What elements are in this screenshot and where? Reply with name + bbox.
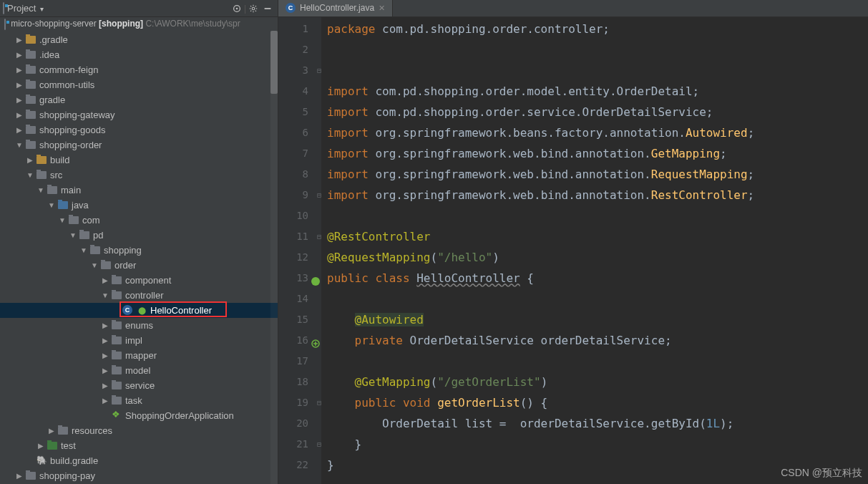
- code-line[interactable]: import org.springframework.web.bind.anno…: [321, 164, 868, 185]
- fold-open-icon[interactable]: ⊟: [317, 392, 324, 400]
- expander-icon[interactable]: ▶: [14, 96, 25, 104]
- code-line[interactable]: import com.pd.shopping.order.model.entit…: [321, 81, 868, 102]
- tree-row[interactable]: ▶impl: [0, 333, 278, 348]
- expander-icon[interactable]: ▶: [99, 367, 111, 374]
- code-line[interactable]: }: [321, 455, 868, 475]
- tree-row[interactable]: ▶gradle: [0, 92, 278, 107]
- tree-row[interactable]: ▼shopping: [0, 243, 278, 258]
- gutter[interactable]: 12345678910111213141516171819202122: [278, 17, 321, 484]
- expander-icon[interactable]: ▶: [14, 36, 25, 44]
- tree-row[interactable]: ▶common-utils: [0, 77, 278, 92]
- code-line[interactable]: @RequestMapping("/hello"): [321, 247, 868, 268]
- tree-row[interactable]: ▶🐘build.gradle: [0, 453, 278, 468]
- expander-icon[interactable]: ▼: [99, 291, 111, 299]
- tree-row[interactable]: ▶common-feign: [0, 62, 278, 77]
- line-number[interactable]: 17: [278, 351, 321, 372]
- code-line[interactable]: OrderDetail list = orderDetailService.ge…: [321, 413, 868, 434]
- code-line[interactable]: [321, 205, 868, 226]
- line-number[interactable]: 11: [278, 226, 321, 247]
- fold-open-icon[interactable]: ⊟: [317, 226, 324, 233]
- project-root-row[interactable]: micro-shopping-server [shopping] C:\AWOR…: [0, 17, 278, 31]
- line-number[interactable]: 3: [278, 60, 321, 81]
- expander-icon[interactable]: ▼: [14, 141, 25, 149]
- tree-row[interactable]: ▼shopping-order: [0, 137, 278, 153]
- code-line[interactable]: ⊟ public void getOrderList() {: [321, 392, 868, 413]
- tree-row[interactable]: ▼controller: [0, 288, 278, 303]
- expander-icon[interactable]: ▼: [89, 261, 100, 269]
- code-line[interactable]: public class HelloController {: [321, 268, 868, 289]
- line-number[interactable]: 21: [278, 434, 321, 455]
- expander-icon[interactable]: ▶: [99, 397, 111, 405]
- fold-close-icon[interactable]: ⊟: [317, 434, 324, 441]
- tree-row[interactable]: ▼pd: [0, 228, 278, 243]
- code-line[interactable]: ⊟import org.springframework.web.bind.ann…: [321, 185, 868, 205]
- code-line[interactable]: [321, 39, 868, 60]
- expander-icon[interactable]: ▼: [35, 186, 47, 194]
- tree-row[interactable]: ▶task: [0, 393, 278, 408]
- code-line[interactable]: ⊟@RestController: [321, 226, 868, 247]
- line-number[interactable]: 15: [278, 309, 321, 330]
- line-number[interactable]: 18: [278, 372, 321, 392]
- tree-row[interactable]: ▶build: [0, 153, 278, 168]
- tree-row[interactable]: ▶shopping-pay: [0, 468, 278, 483]
- expander-icon[interactable]: ▼: [24, 171, 36, 179]
- expander-icon[interactable]: ▶: [14, 472, 25, 480]
- tree-row[interactable]: ▼java: [0, 198, 278, 213]
- expander-icon[interactable]: ▶: [14, 126, 25, 134]
- line-number[interactable]: 4: [278, 81, 321, 102]
- expander-icon[interactable]: ▼: [78, 246, 89, 254]
- tree-row[interactable]: ▶test: [0, 438, 278, 453]
- settings-button[interactable]: [246, 1, 260, 16]
- code-editor[interactable]: package com.pd.shopping.order.controller…: [321, 17, 868, 484]
- expander-icon[interactable]: ▶: [14, 66, 25, 74]
- line-number[interactable]: 19: [278, 392, 321, 413]
- tree-row[interactable]: ▶component: [0, 273, 278, 288]
- code-line[interactable]: package com.pd.shopping.order.controller…: [321, 19, 868, 39]
- code-line[interactable]: private OrderDetailService orderDetailSe…: [321, 330, 868, 351]
- tree-row[interactable]: ▶.idea: [0, 47, 278, 62]
- line-number[interactable]: 9: [278, 185, 321, 205]
- tree-row[interactable]: ▶service: [0, 378, 278, 393]
- line-number[interactable]: 7: [278, 143, 321, 164]
- code-line[interactable]: @Autowired: [321, 309, 868, 330]
- line-number[interactable]: 2: [278, 39, 321, 60]
- expander-icon[interactable]: ▼: [57, 216, 68, 224]
- line-number[interactable]: 5: [278, 102, 321, 122]
- fold-close-icon[interactable]: ⊟: [317, 185, 324, 192]
- hide-button[interactable]: [260, 1, 275, 16]
- expander-icon[interactable]: ▶: [14, 111, 25, 119]
- tree-row[interactable]: ▼order: [0, 258, 278, 273]
- tree-row[interactable]: ▶mapper: [0, 348, 278, 363]
- expander-icon[interactable]: ▶: [24, 156, 36, 164]
- project-tree[interactable]: ▶.gradle▶.idea▶common-feign▶common-utils…: [0, 31, 278, 484]
- expander-icon[interactable]: ▶: [99, 321, 111, 329]
- code-line[interactable]: ⊟: [321, 60, 868, 81]
- expander-icon[interactable]: ▶: [99, 337, 111, 344]
- tree-row[interactable]: ▶shopping-gateway: [0, 107, 278, 122]
- fold-open-icon[interactable]: ⊟: [317, 60, 324, 67]
- project-title[interactable]: Project: [3, 3, 44, 14]
- expander-icon[interactable]: ▶: [99, 382, 111, 389]
- tree-row[interactable]: ▶enums: [0, 318, 278, 333]
- expander-icon[interactable]: ▼: [67, 231, 79, 239]
- tree-row[interactable]: ▶.gradle: [0, 32, 278, 47]
- line-number[interactable]: 16: [278, 330, 321, 351]
- tree-row[interactable]: ▶ShoppingOrderApplication: [0, 408, 278, 423]
- line-number[interactable]: 12: [278, 247, 321, 268]
- code-line[interactable]: [321, 351, 868, 372]
- line-number[interactable]: 13: [278, 268, 321, 289]
- close-icon[interactable]: ✕: [379, 4, 385, 13]
- select-opened-file-button[interactable]: [230, 1, 244, 16]
- code-line[interactable]: @GetMapping("/getOrderList"): [321, 372, 868, 392]
- expander-icon[interactable]: ▼: [46, 201, 57, 209]
- spring-gutter-icon[interactable]: [311, 273, 321, 283]
- line-number[interactable]: 10: [278, 205, 321, 226]
- expander-icon[interactable]: ▶: [35, 442, 47, 450]
- tree-row[interactable]: ▶C⬤HelloController: [0, 303, 278, 318]
- tree-row[interactable]: ▼com: [0, 213, 278, 228]
- line-number[interactable]: 22: [278, 455, 321, 475]
- expander-icon[interactable]: ▶: [14, 81, 25, 89]
- tree-row[interactable]: ▼src: [0, 168, 278, 183]
- code-line[interactable]: [321, 289, 868, 309]
- expander-icon[interactable]: ▶: [99, 352, 111, 359]
